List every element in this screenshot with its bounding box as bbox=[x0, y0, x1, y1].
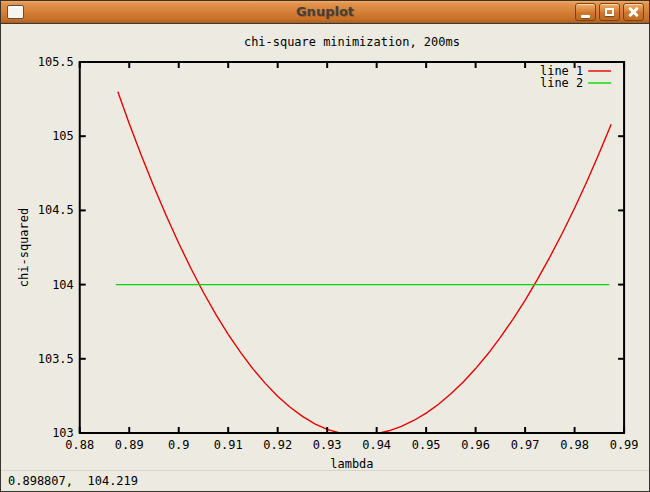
legend-label: line 2 bbox=[540, 76, 583, 90]
coordinate-readout: 0.898807, 104.219 bbox=[8, 474, 138, 488]
x-tick-label: 0.96 bbox=[461, 438, 490, 452]
y-tick-label: 105 bbox=[52, 129, 74, 143]
x-tick-label: 0.99 bbox=[610, 438, 639, 452]
axis-ticks bbox=[80, 62, 624, 433]
series-line-1 bbox=[118, 92, 611, 436]
y-tick-label: 103 bbox=[52, 426, 74, 440]
window-icon bbox=[7, 5, 24, 19]
gnuplot-window: Gnuplot 0.880.890.90.910.920.930.940.950… bbox=[0, 0, 650, 492]
minimize-icon bbox=[581, 15, 590, 18]
y-tick-label: 105.5 bbox=[38, 55, 74, 69]
x-tick-label: 0.95 bbox=[412, 438, 441, 452]
x-tick-label: 0.89 bbox=[115, 438, 144, 452]
close-icon bbox=[628, 6, 640, 18]
x-tick-label: 0.92 bbox=[263, 438, 292, 452]
maximize-icon bbox=[605, 8, 614, 16]
x-tick-label: 0.98 bbox=[560, 438, 589, 452]
y-tick-label: 104.5 bbox=[38, 203, 74, 217]
maximize-button[interactable] bbox=[599, 3, 620, 21]
window-title: Gnuplot bbox=[1, 1, 649, 23]
y-tick-label: 104 bbox=[52, 278, 74, 292]
y-tick-label: 103.5 bbox=[38, 352, 74, 366]
close-button[interactable] bbox=[623, 3, 644, 21]
plot-canvas[interactable]: 0.880.890.90.910.920.930.940.950.960.970… bbox=[1, 24, 649, 470]
window-menu-button[interactable] bbox=[6, 4, 24, 20]
x-axis-label: lambda bbox=[330, 457, 373, 470]
window-controls bbox=[575, 3, 644, 21]
plot-border bbox=[80, 62, 624, 433]
x-tick-label: 0.9 bbox=[168, 438, 190, 452]
x-tick-label: 0.93 bbox=[313, 438, 342, 452]
y-axis-label: chi-squared bbox=[17, 208, 31, 287]
chart-title: chi-square minimization, 200ms bbox=[244, 35, 460, 49]
x-tick-label: 0.94 bbox=[362, 438, 391, 452]
x-tick-label: 0.88 bbox=[65, 438, 94, 452]
chart[interactable]: 0.880.890.90.910.920.930.940.950.960.970… bbox=[1, 24, 649, 470]
titlebar[interactable]: Gnuplot bbox=[1, 1, 649, 24]
x-tick-label: 0.91 bbox=[214, 438, 243, 452]
minimize-button[interactable] bbox=[575, 3, 596, 21]
x-tick-label: 0.97 bbox=[511, 438, 540, 452]
statusbar: 0.898807, 104.219 bbox=[1, 470, 649, 491]
plot-series bbox=[116, 92, 611, 436]
